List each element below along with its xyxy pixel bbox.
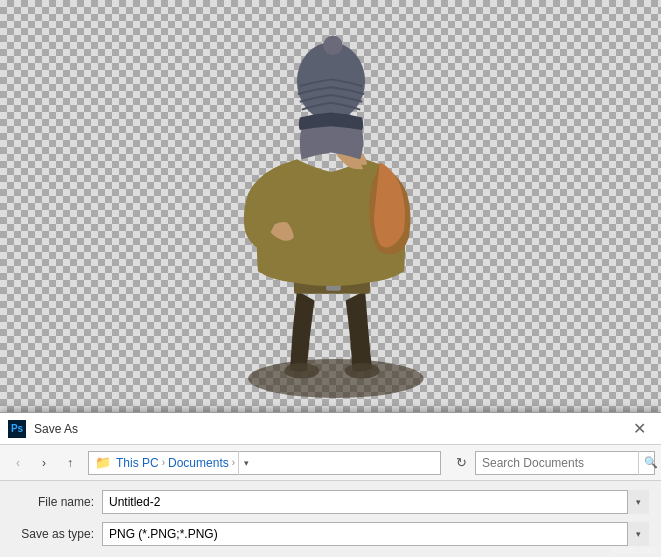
breadcrumb-documents[interactable]: Documents: [168, 456, 229, 470]
breadcrumb-bar[interactable]: 📁 This PC › Documents › ▾: [88, 451, 441, 475]
svg-point-0: [248, 359, 423, 398]
svg-point-1: [284, 362, 319, 378]
file-name-input-wrapper: ▾: [102, 490, 649, 514]
refresh-button[interactable]: ↻: [449, 451, 473, 475]
refresh-icon: ↻: [456, 455, 467, 470]
svg-point-2: [344, 362, 379, 378]
file-name-row: File name: ▾: [12, 487, 649, 517]
dropdown-arrow-icon: ▾: [244, 458, 249, 468]
person-figure: [0, 0, 661, 415]
photoshop-icon: Ps: [8, 420, 26, 438]
canvas-area: [0, 0, 661, 415]
file-name-label: File name:: [12, 495, 102, 509]
svg-point-6: [323, 35, 342, 54]
search-button[interactable]: 🔍: [638, 451, 661, 475]
breadcrumb-this-pc[interactable]: This PC: [116, 456, 159, 470]
breadcrumb-sep-2: ›: [232, 457, 235, 468]
form-area: File name: ▾ Save as type: PNG (*.PNG;*.…: [0, 481, 661, 557]
close-button[interactable]: ✕: [625, 415, 653, 443]
file-name-input[interactable]: [102, 490, 649, 514]
breadcrumb-dropdown[interactable]: ▾: [238, 451, 254, 475]
dialog-title: Save As: [34, 422, 625, 436]
breadcrumb-sep-1: ›: [162, 457, 165, 468]
back-icon: ‹: [16, 456, 20, 470]
nav-bar: ‹ › ↑ 📁 This PC › Documents › ▾ ↻ 🔍: [0, 445, 661, 481]
save-type-input-wrapper: PNG (*.PNG;*.PNG) ▾: [102, 522, 649, 546]
forward-button[interactable]: ›: [32, 451, 56, 475]
save-type-select[interactable]: PNG (*.PNG;*.PNG): [102, 522, 649, 546]
watermark: wsxdn.com: [612, 545, 657, 555]
forward-icon: ›: [42, 456, 46, 470]
search-icon: 🔍: [644, 456, 658, 469]
up-icon: ↑: [67, 456, 73, 470]
up-button[interactable]: ↑: [58, 451, 82, 475]
save-type-row: Save as type: PNG (*.PNG;*.PNG) ▾: [12, 519, 649, 549]
back-button[interactable]: ‹: [6, 451, 30, 475]
save-as-dialog: Ps Save As ✕ ‹ › ↑ 📁 This PC › Documents…: [0, 412, 661, 557]
dialog-titlebar: Ps Save As ✕: [0, 413, 661, 445]
search-box: 🔍: [475, 451, 655, 475]
save-type-label: Save as type:: [12, 527, 102, 541]
search-input[interactable]: [476, 452, 638, 474]
folder-icon: 📁: [95, 455, 111, 470]
